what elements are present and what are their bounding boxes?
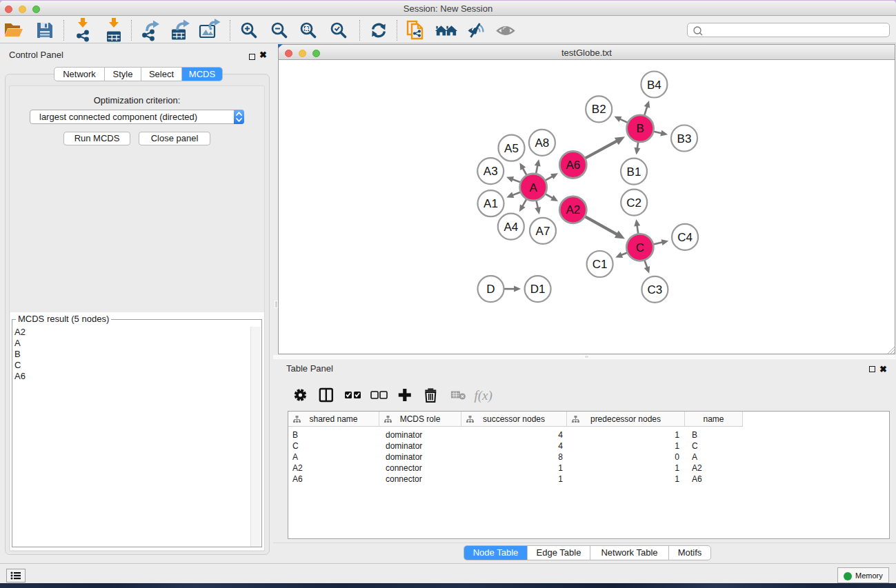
svg-text:A: A xyxy=(530,181,538,194)
svg-text:B3: B3 xyxy=(677,132,692,145)
svg-text:C: C xyxy=(636,241,644,254)
svg-text:C1: C1 xyxy=(593,258,608,271)
svg-text:A5: A5 xyxy=(504,142,519,155)
svg-text:A3: A3 xyxy=(484,165,498,178)
svg-text:C3: C3 xyxy=(648,283,663,296)
svg-text:B1: B1 xyxy=(627,165,641,179)
svg-text:B4: B4 xyxy=(647,79,661,92)
svg-text:A8: A8 xyxy=(535,136,550,150)
svg-text:A6: A6 xyxy=(566,159,580,172)
svg-text:C2: C2 xyxy=(626,196,641,210)
svg-text:A1: A1 xyxy=(484,197,498,210)
svg-text:D: D xyxy=(486,283,495,296)
svg-text:f(x): f(x) xyxy=(474,388,492,403)
svg-text:C4: C4 xyxy=(677,231,693,244)
svg-text:D1: D1 xyxy=(530,283,546,296)
svg-text:A7: A7 xyxy=(536,225,550,238)
svg-text:A4: A4 xyxy=(504,221,518,234)
svg-text:B: B xyxy=(636,122,644,135)
svg-text:A2: A2 xyxy=(566,203,580,216)
svg-text:B2: B2 xyxy=(592,103,606,116)
